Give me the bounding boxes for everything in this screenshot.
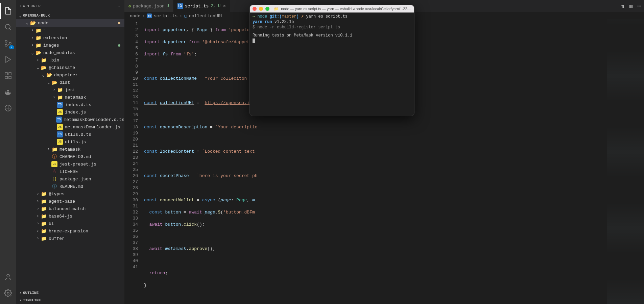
settings-icon[interactable] — [0, 285, 16, 301]
svg-point-10 — [7, 292, 9, 294]
folder-bin[interactable]: ›.bin — [16, 56, 124, 64]
svg-rect-6 — [5, 76, 7, 79]
file-indexjs[interactable]: index.js — [16, 108, 124, 116]
source-control-icon[interactable]: 7 — [0, 35, 16, 51]
folder-agentbase[interactable]: ›agent-base — [16, 198, 124, 205]
terminal-body[interactable]: → node git:(master) ✗ yarn es script.ts … — [250, 12, 414, 45]
explorer-icon[interactable] — [0, 3, 16, 19]
project-header[interactable]: ⌄ OPENSEA-BULK — [16, 12, 124, 19]
folder-dist[interactable]: ⌄dist — [16, 79, 124, 86]
terminal-window[interactable]: 📁 node — yarn es script.ts — yarn — esbu… — [249, 5, 414, 116]
file-utilsjs[interactable]: utils.js — [16, 138, 124, 146]
terminal-cursor — [253, 39, 255, 43]
more-icon[interactable]: ⋯ — [118, 4, 120, 8]
tab-packagejson[interactable]: ⚙ package.json U — [124, 0, 173, 12]
terminal-titlebar[interactable]: 📁 node — yarn es script.ts — yarn — esbu… — [250, 5, 414, 12]
file-packagejson[interactable]: package.json — [16, 175, 124, 183]
svg-point-2 — [5, 44, 7, 46]
outline-header[interactable]: ›OUTLINE — [16, 289, 124, 297]
explorer-title: EXPLORER — [20, 4, 41, 8]
folder-balancedmatch[interactable]: ›balanced-match — [16, 205, 124, 212]
svg-rect-5 — [9, 73, 11, 75]
remote-icon[interactable] — [0, 100, 16, 116]
close-light[interactable] — [253, 7, 257, 11]
search-icon[interactable] — [0, 19, 16, 35]
svg-point-0 — [5, 24, 10, 29]
svg-rect-7 — [9, 76, 11, 79]
debug-icon[interactable] — [0, 51, 16, 68]
file-license[interactable]: LICENSE — [16, 168, 124, 175]
folder-images[interactable]: ›images — [16, 42, 124, 49]
svg-point-1 — [5, 40, 7, 42]
terminal-title: node — yarn es script.ts — yarn — esbuil… — [281, 7, 411, 11]
folder-bl[interactable]: ›bl — [16, 220, 124, 227]
activity-bar: 7 — [0, 0, 16, 304]
svg-rect-4 — [5, 73, 7, 75]
sidebar: EXPLORER ⋯ ⌄ OPENSEA-BULK ⌄node ›" ›exte… — [16, 0, 124, 304]
file-changelog[interactable]: CHANGELOG.md — [16, 153, 124, 160]
account-icon[interactable] — [0, 269, 16, 285]
timeline-header[interactable]: ›TIMELINE — [16, 297, 124, 304]
max-light[interactable] — [265, 7, 269, 11]
folder-types[interactable]: ›@types — [16, 190, 124, 198]
folder-extension[interactable]: ›extension — [16, 34, 124, 42]
folder-braceexp[interactable]: ›brace-expansion — [16, 227, 124, 235]
file-mmdldts[interactable]: metamaskDownloader.d.ts — [16, 116, 124, 123]
min-light[interactable] — [259, 7, 263, 11]
file-mmdljs[interactable]: metamaskDownloader.js — [16, 123, 124, 131]
tab-script[interactable]: script.ts 2, U × — [173, 0, 230, 12]
split-icon[interactable]: ▥ — [629, 3, 633, 9]
svg-point-3 — [9, 42, 11, 44]
docker-icon[interactable] — [0, 84, 16, 100]
file-readme[interactable]: README.md — [16, 183, 124, 190]
more-tab-icon[interactable]: ⋯ — [637, 3, 641, 9]
folder-node[interactable]: ⌄node — [16, 19, 124, 27]
extensions-icon[interactable] — [0, 68, 16, 84]
folder-icon: 📁 — [274, 7, 279, 11]
folder-base64js[interactable]: ›base64-js — [16, 212, 124, 220]
folder-buffer[interactable]: ›buffer — [16, 235, 124, 242]
folder-dappeteer[interactable]: ⌄dappeteer — [16, 71, 124, 79]
folder-node-modules[interactable]: ⌄node_modules — [16, 49, 124, 56]
compare-icon[interactable]: ⇅ — [621, 3, 625, 9]
close-icon[interactable]: × — [223, 4, 226, 9]
folder-jest[interactable]: ›jest — [16, 86, 124, 94]
scm-badge: 7 — [9, 45, 14, 49]
folder-metamask[interactable]: ›metamask — [16, 94, 124, 101]
minimap[interactable] — [607, 20, 644, 304]
file-tree: ⌄node ›" ›extension ›images ⌄node_module… — [16, 19, 124, 289]
folder-chainsafe[interactable]: ⌄@chainsafe — [16, 64, 124, 71]
gutter: 1234567891011121314151617181920212223242… — [124, 20, 144, 304]
file-utilsdts[interactable]: utils.d.ts — [16, 131, 124, 138]
folder-quote[interactable]: ›" — [16, 27, 124, 34]
folder-metamask2[interactable]: ›metamask — [16, 146, 124, 153]
file-indexdts[interactable]: index.d.ts — [16, 101, 124, 108]
svg-point-9 — [7, 274, 9, 277]
file-jestpreset[interactable]: jest-preset.js — [16, 160, 124, 168]
